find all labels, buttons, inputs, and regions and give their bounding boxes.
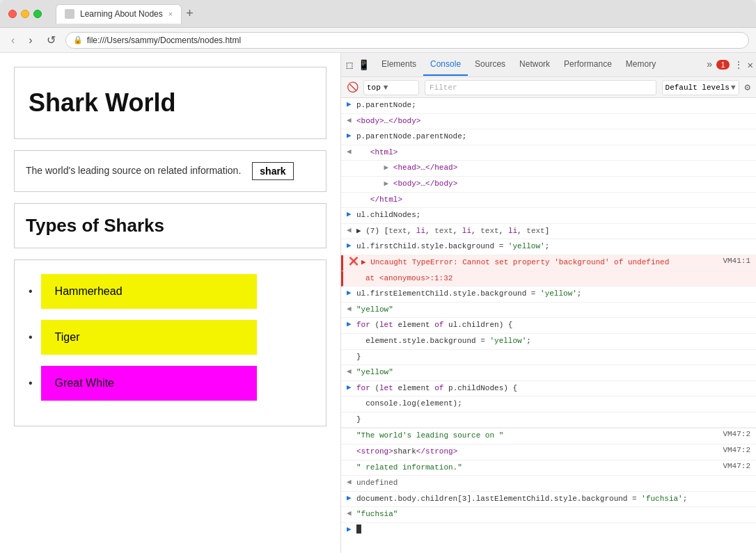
console-text: } [356,351,750,364]
minimize-button[interactable] [21,10,29,18]
more-tabs-button[interactable]: » [707,59,712,70]
console-text: <strong>shark</strong> [356,446,709,458]
nav-bar: ‹ › ↺ 🔒 file:///Users/sammy/Docments/nod… [0,28,756,53]
inspect-icon[interactable]: ⬚ [344,59,355,70]
console-line: ▶ ul.firstElementChild.style.background … [341,287,756,303]
console-text: console.log(element); [356,398,750,410]
tab-console[interactable]: Console [423,54,468,76]
error-count-badge: 1 [716,60,729,70]
console-text: ul.childNodes; [356,209,750,222]
tab-close-button[interactable]: × [168,10,173,18]
console-line: ▶ p.parentNode; [341,98,756,114]
tab-network[interactable]: Network [512,54,557,76]
device-icon[interactable]: 📱 [358,59,369,70]
console-line: ▶ for (let element of ul.children) { [341,318,756,334]
keyword-badge: shark [252,162,293,180]
console-line: <strong>shark</strong> VM47:2 [341,444,756,460]
output-arrow: ◀ [347,477,354,486]
console-text: ▶ <head>…</head> [356,162,750,175]
description-box: The world's leading source on related in… [14,150,326,192]
browser-tab[interactable]: Learning About Nodes × [56,4,182,24]
webpage-panel: Shark World The world's leading source o… [0,53,341,553]
console-text: } [356,414,750,426]
shark-tiger: Tiger [41,320,257,355]
bullet-icon: • [29,377,33,390]
tab-title: Learning About Nodes [80,9,163,19]
console-line: ▶ ul.childNodes; [341,208,756,224]
console-line: ◀ "yellow" [341,303,756,319]
maximize-button[interactable] [33,10,42,18]
console-line: ▶ ul.firstChild.style.background = 'yell… [341,239,756,255]
input-prompt: ▶ [347,99,354,109]
refresh-button[interactable]: ↺ [42,32,60,48]
error-text: ▶ Uncaught TypeError: Cannot set propert… [361,257,709,269]
console-text: "The world's leading source on " [356,430,709,442]
console-filter-input[interactable]: Filter [425,80,656,95]
top-label: top [367,83,381,92]
chevron-down-icon: ▼ [384,83,388,92]
console-text: document.body.children[3].lastElementChi… [356,493,750,506]
expand-icon[interactable]: ◀ [347,147,354,156]
console-text: <html> [356,147,750,159]
console-line: ▶ <body>…</body> [341,177,756,193]
console-text: "yellow" [356,304,750,316]
tab-elements[interactable]: Elements [375,54,423,76]
expand-icon[interactable]: ◀ [347,225,354,234]
devtools-close-button[interactable]: ✕ [748,59,753,71]
description-text: The world's leading source on related in… [26,164,241,178]
page-title: Shark World [29,81,312,125]
title-box: Shark World [14,67,326,139]
spacer [347,335,354,344]
console-text: ul.firstChild.style.background = 'yellow… [356,241,750,253]
input-prompt: ▶ [347,131,354,140]
console-input-line[interactable]: ▶ [341,523,756,535]
browser-window: Learning About Nodes × + ‹ › ↺ 🔒 file://… [0,0,756,553]
tab-performance[interactable]: Performance [557,54,619,76]
console-text: p.parentNode.parentNode; [356,131,750,143]
line-number: VM47:2 [709,446,750,454]
section-title-box: Types of Sharks [14,203,326,248]
expand-icon[interactable]: ◀ [347,115,354,125]
log-level-select[interactable]: Default levels ▼ [662,80,739,95]
console-text: for (let element of ul.children) { [356,319,750,332]
close-button[interactable] [8,10,17,18]
console-text: </html> [356,194,750,207]
console-toolbar: 🚫 top ▼ Filter Default levels ▼ ⚙ [341,77,756,98]
console-line: ◀ undefined [341,476,756,492]
console-output: ▶ p.parentNode; ◀ <body>…</body> ▶ p.par… [341,98,756,553]
expand-icon [347,194,354,202]
spacer [347,351,354,360]
tab-favicon [65,9,74,19]
input-prompt: ▶ [347,319,354,328]
filter-placeholder: Filter [430,83,457,92]
devtools-settings-icon[interactable]: ⋮ [734,59,743,71]
spacer [347,446,354,454]
console-clear-button[interactable]: 🚫 [347,82,358,93]
bullet-icon: • [29,285,33,298]
console-line: ◀ <html> [341,145,756,161]
tab-sources[interactable]: Sources [468,54,512,76]
console-settings-icon[interactable]: ⚙ [745,81,750,93]
console-text: ▶ (7) [text, li, text, li, text, li, tex… [356,225,750,238]
console-line: ▶ p.parentNode.parentNode; [341,129,756,145]
forward-button[interactable]: › [24,33,36,48]
list-item: • Hammerhead [29,274,312,309]
console-line: } [341,412,756,428]
console-text: p.parentNode; [356,99,750,112]
cursor [356,524,361,534]
spacer [347,414,354,422]
tab-memory[interactable]: Memory [619,54,663,76]
back-button[interactable]: ‹ [7,33,19,48]
line-number: VM47:2 [709,430,750,438]
console-line: ◀ "yellow" [341,365,756,381]
address-bar[interactable]: 🔒 file:///Users/sammy/Docments/nodes.htm… [65,32,749,49]
tab-bar: Learning About Nodes × + [56,4,748,24]
input-prompt: ▶ [347,524,354,534]
new-tab-button[interactable]: + [186,6,194,21]
error-sub-text: at <anonymous>:1:32 [365,273,750,285]
execution-context-select[interactable]: top ▼ [363,80,419,95]
console-text: undefined [356,477,750,490]
console-line: ◀ <body>…</body> [341,114,756,130]
levels-label: Default levels [666,83,730,92]
console-text: "fuchsia" [356,508,750,521]
